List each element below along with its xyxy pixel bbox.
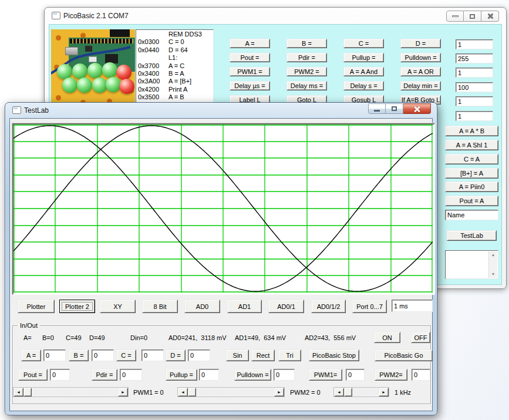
set-b-button[interactable]: B = <box>69 350 89 361</box>
scroll-up-icon[interactable]: ▲ <box>491 251 495 258</box>
pwm1-scrollbar[interactable]: ◄ ► <box>13 387 129 397</box>
timebase-field[interactable] <box>392 300 433 312</box>
pwm1-value-field[interactable] <box>346 369 365 381</box>
cmd-d-assign-button[interactable]: D = <box>400 39 441 48</box>
off-button[interactable]: OFF <box>411 332 430 343</box>
minimize-button[interactable] <box>368 103 386 114</box>
scroll-left-icon[interactable]: ◄ <box>334 388 344 397</box>
set-a-button[interactable]: A = <box>21 350 41 361</box>
cmd-delay-ms-button[interactable]: Delay ms = <box>286 81 327 90</box>
scroll-down-icon[interactable]: ▼ <box>491 271 495 278</box>
op-a-piin0-button[interactable]: A = Piin0 <box>445 182 498 192</box>
set-d-button[interactable]: D = <box>166 350 186 361</box>
pwm2-scrollbar[interactable]: ◄ ► <box>177 387 285 397</box>
cmd-delay-min-button[interactable]: Delay min = <box>400 81 441 90</box>
rect-button[interactable]: Rect <box>251 350 275 361</box>
pulldown-value-field[interactable] <box>274 369 295 381</box>
cmd-delay-s-button[interactable]: Delay s = <box>343 81 384 90</box>
cmd-pullup-button[interactable]: Pullup = <box>343 53 384 62</box>
cmd-pout-button[interactable]: Pout = <box>230 53 270 62</box>
pwm1-slider-label: PWM1 = 0 <box>133 389 164 396</box>
pout-button[interactable]: Pout = <box>18 369 48 381</box>
app-icon <box>52 12 60 19</box>
close-button[interactable] <box>481 11 499 22</box>
op-c-eq-a-button[interactable]: C = A <box>445 154 498 164</box>
command-button-grid: A = B = C = D = Pout = Pdir = Pullup = P… <box>230 39 441 105</box>
mode-ad01-button[interactable]: AD0/1 <box>268 300 304 313</box>
maximize-button[interactable] <box>386 103 403 114</box>
value-field-1[interactable] <box>456 39 493 49</box>
op-pout-eq-a-button[interactable]: Pout = A <box>445 196 498 206</box>
scroll-right-icon[interactable]: ► <box>118 388 128 397</box>
scroll-left-icon[interactable]: ◄ <box>178 388 188 397</box>
mode-ad012-button[interactable]: AD0/1/2 <box>311 300 346 313</box>
cmd-a-or-button[interactable]: A = A OR <box>400 67 441 76</box>
value-field-4[interactable] <box>456 82 493 92</box>
mode-8bit-button[interactable]: 8 Bit <box>142 300 178 313</box>
minimize-button[interactable] <box>446 11 464 22</box>
window-controls <box>368 103 431 114</box>
on-button[interactable]: ON <box>374 332 400 343</box>
c-value-field[interactable] <box>141 350 164 361</box>
op-a-mul-b-button[interactable]: A = A * B <box>445 126 498 136</box>
pdir-value-field[interactable] <box>120 369 142 381</box>
maximize-button[interactable] <box>464 11 481 22</box>
testlab-open-button[interactable]: TestLab <box>447 230 497 241</box>
desktop: PicoBasic 2.1 COM7 <box>0 0 509 420</box>
inout-label: In/Out <box>18 322 40 329</box>
pwm2-value-field[interactable] <box>412 369 430 381</box>
set-c-button[interactable]: C = <box>116 350 136 361</box>
cmd-pdir-button[interactable]: Pdir = <box>286 53 327 62</box>
message-listbox[interactable]: ▲ ▼ <box>445 250 498 279</box>
scroll-right-icon[interactable]: ► <box>379 388 389 397</box>
cmd-pwm1-button[interactable]: PWM1 = <box>230 67 270 76</box>
freq-scrollbar[interactable]: ◄ ► <box>333 387 389 397</box>
pwm1-scrollbar-thumb[interactable] <box>23 388 32 397</box>
cmd-pwm2-button[interactable]: PWM2 = <box>286 67 327 76</box>
cmd-delay-us-button[interactable]: Delay µs = <box>230 81 270 90</box>
close-button[interactable] <box>403 103 431 114</box>
value-field-2[interactable] <box>456 53 493 63</box>
cmd-a-assign-button[interactable]: A = <box>230 39 270 48</box>
cmd-pulldown-button[interactable]: Pulldown = <box>400 53 441 62</box>
mode-port07-button[interactable]: Port 0...7 <box>352 300 387 313</box>
b-value-field[interactable] <box>92 350 114 361</box>
pullup-button[interactable]: Pullup = <box>166 369 197 381</box>
tri-button[interactable]: Tri <box>278 350 301 361</box>
freq-scrollbar-thumb[interactable] <box>344 388 352 397</box>
led-green <box>102 62 117 78</box>
op-a-shl-button[interactable]: A = A Shl 1 <box>445 140 498 150</box>
op-store-b-button[interactable]: [B+] = A <box>445 168 498 179</box>
pout-value-field[interactable] <box>50 369 70 381</box>
testlab-titlebar[interactable]: TestLab <box>5 103 437 118</box>
mode-plotter-button[interactable]: Plotter <box>18 300 55 313</box>
pwm1-button[interactable]: PWM1= <box>309 369 342 381</box>
mode-ad0-button[interactable]: AD0 <box>184 300 220 313</box>
led-green <box>62 78 77 93</box>
pdir-button[interactable]: Pdir = <box>92 369 117 381</box>
cmd-c-assign-button[interactable]: C = <box>343 39 384 48</box>
pwm2-scrollbar-thumb[interactable] <box>188 388 196 397</box>
cmd-a-and-button[interactable]: A = A And <box>343 67 384 76</box>
sin-button[interactable]: Sin <box>226 350 249 361</box>
scroll-right-icon[interactable]: ► <box>274 388 284 397</box>
pulldown-button[interactable]: Pulldown = <box>234 369 271 381</box>
value-field-5[interactable] <box>456 96 493 106</box>
a-value-field[interactable] <box>43 350 66 361</box>
pwm2-button[interactable]: PWM2= <box>375 369 407 381</box>
picobasic-stop-button[interactable]: PicoBasic Stop <box>309 350 359 361</box>
name-field[interactable] <box>445 210 498 220</box>
value-field-3[interactable] <box>456 68 493 78</box>
mode-xy-button[interactable]: XY <box>100 300 136 313</box>
picobasic-go-button[interactable]: PicoBasic Go <box>375 350 433 361</box>
d-value-field[interactable] <box>188 350 210 361</box>
listbox-scrollbar[interactable]: ▲ ▼ <box>488 251 497 278</box>
code-line: 0x3400B = A <box>138 70 213 78</box>
scroll-left-icon[interactable]: ◄ <box>14 388 23 397</box>
mode-ad1-button[interactable]: AD1 <box>227 300 262 313</box>
pullup-value-field[interactable] <box>199 369 219 381</box>
cmd-b-assign-button[interactable]: B = <box>286 39 327 48</box>
mode-plotter2-button[interactable]: Plotter 2 <box>59 300 95 313</box>
picobasic-titlebar[interactable]: PicoBasic 2.1 COM7 <box>45 8 506 24</box>
value-field-6[interactable] <box>456 111 493 121</box>
